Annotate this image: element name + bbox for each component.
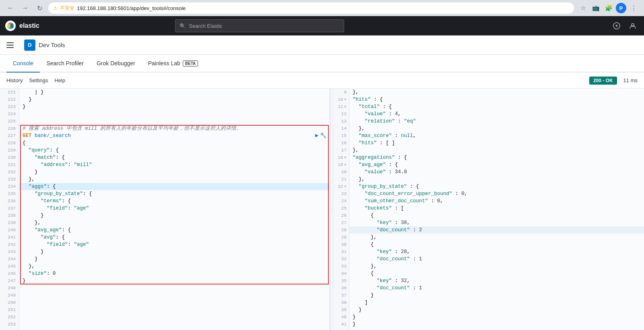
response-line-number: 30: [333, 241, 349, 248]
line-number: 237: [0, 205, 19, 212]
response-line-number: 9: [333, 89, 349, 96]
response-line-number: 37: [333, 292, 349, 299]
extensions-button[interactable]: 🧩: [603, 2, 614, 14]
line-number: 231: [0, 161, 19, 168]
response-code-line: },: [349, 234, 644, 241]
response-line-number: 18: [333, 154, 349, 161]
response-line-number: 15: [333, 132, 349, 139]
response-code-line: "doc_count_error_upper_bound" : 0,: [349, 190, 644, 197]
elastic-logo[interactable]: elastic: [5, 20, 39, 31]
response-line-number: 41: [333, 321, 349, 328]
help-button[interactable]: Help: [54, 76, 65, 85]
menu-button[interactable]: ⋮: [628, 2, 639, 14]
line-number: 243: [0, 248, 19, 255]
star-button[interactable]: ☆: [577, 2, 588, 14]
line-number: 226: [0, 125, 19, 132]
search-icon: 🔍: [180, 23, 186, 29]
line-number: 249: [0, 292, 19, 299]
code-line: | }: [19, 89, 330, 96]
history-button[interactable]: History: [6, 76, 23, 85]
response-line-number: 25: [333, 205, 349, 212]
response-code-line: "sum_other_doc_count" : 0,: [349, 197, 644, 205]
response-line-number: 16: [333, 139, 349, 147]
response-area[interactable]: 9101112131415161718192021222324252627282…: [333, 89, 644, 330]
code-line: [19, 306, 330, 313]
response-code-line: "doc_count" : 2: [349, 226, 644, 234]
app-icon: D: [24, 39, 35, 51]
reload-button[interactable]: ↻: [34, 2, 45, 14]
app-subheader: D Dev Tools: [0, 35, 644, 55]
response-line-number: 10: [333, 96, 349, 103]
response-line-number: 28: [333, 226, 349, 234]
response-code-line: }: [349, 321, 644, 328]
forward-button[interactable]: →: [19, 2, 31, 14]
code-line: [19, 110, 330, 118]
code-line: }: [19, 277, 330, 284]
code-line: }: [19, 168, 330, 176]
search-bar[interactable]: 🔍 Search Elastic: [175, 19, 344, 32]
code-content[interactable]: | } }}# 搜索 address 中包含 mill 的所有人的年龄分布以及平…: [19, 89, 330, 330]
response-code-line: "total" : {: [349, 103, 644, 110]
line-number: 247: [0, 277, 19, 284]
tab-console[interactable]: Console: [6, 55, 40, 73]
line-number: 223: [0, 103, 19, 110]
code-line: "terms": {: [19, 197, 330, 205]
svg-point-4: [10, 23, 14, 28]
line-number: 229: [0, 147, 19, 154]
line-number: 232: [0, 168, 19, 176]
response-code-line: ]: [349, 299, 644, 306]
profile-button[interactable]: P: [616, 3, 626, 13]
wrench-icon[interactable]: 🔧: [320, 132, 326, 139]
line-number: 254: [0, 328, 19, 330]
response-line-number: 39: [333, 306, 349, 313]
code-line: },: [19, 219, 330, 226]
line-number: 242: [0, 241, 19, 248]
line-number: 224: [0, 110, 19, 118]
code-line: "avg_age": {: [19, 226, 330, 234]
user-button[interactable]: [626, 19, 639, 32]
response-line-number: 19: [333, 161, 349, 168]
response-line-number: 23: [333, 190, 349, 197]
browser-chrome: ← → ↻ ⚠ 不安全 192.168.188.180:5601/app/dev…: [0, 0, 644, 16]
line-number: 230: [0, 154, 19, 161]
tab-grok-debugger[interactable]: Grok Debugger: [90, 55, 142, 73]
code-line: "query": {: [19, 147, 330, 154]
response-code-line: "key" : 38,: [349, 219, 644, 226]
response-line-number: 20: [333, 168, 349, 176]
tab-search-profiler[interactable]: Search Profiler: [40, 55, 90, 73]
cast-button[interactable]: 📺: [590, 2, 601, 14]
svg-point-3: [7, 23, 10, 28]
response-code-line: "doc_count" : 1: [349, 284, 644, 292]
ai-button[interactable]: [610, 19, 623, 32]
code-line: "field": "age": [19, 241, 330, 248]
hamburger-button[interactable]: [6, 39, 19, 52]
response-line-number: 29: [333, 234, 349, 241]
response-code-content: },"hits" : { "total" : { "value" : 4, "r…: [349, 89, 644, 330]
address-bar[interactable]: ⚠ 不安全 192.168.188.180:5601/app/dev_tools…: [48, 2, 574, 14]
right-panel: 9101112131415161718192021222324252627282…: [333, 89, 644, 330]
app-title: Dev Tools: [39, 42, 65, 48]
header-actions: [610, 19, 639, 32]
settings-button[interactable]: Settings: [29, 76, 48, 85]
left-panel: 2212222232242252262272282292302312322332…: [0, 89, 330, 330]
code-line: "size": 0: [19, 270, 330, 277]
code-line: }: [19, 248, 330, 255]
tab-painless-lab[interactable]: Painless Lab BETA: [142, 55, 205, 73]
response-line-number: 22: [333, 183, 349, 190]
code-line: [19, 313, 330, 321]
response-code-line: "hits" : {: [349, 96, 644, 103]
block-actions: ▶ 🔧: [315, 132, 326, 139]
run-icon[interactable]: ▶: [315, 132, 318, 139]
back-button[interactable]: ←: [5, 2, 16, 14]
code-line: "group_by_state": {: [19, 190, 330, 197]
code-line: "address": "mill": [19, 161, 330, 168]
warning-text: 不安全: [60, 5, 74, 12]
splitter[interactable]: ⋮: [330, 89, 333, 330]
response-line-number: 11: [333, 103, 349, 110]
response-line-number: 38: [333, 299, 349, 306]
code-line: [19, 292, 330, 299]
browser-actions: ☆ 📺 🧩 P ⋮: [577, 2, 639, 14]
code-area[interactable]: 2212222232242252262272282292302312322332…: [0, 89, 330, 330]
code-line: "match": {: [19, 154, 330, 161]
line-number: 227: [0, 132, 19, 139]
